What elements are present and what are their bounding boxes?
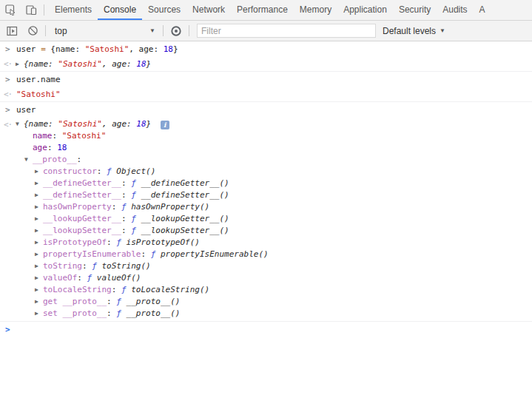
expand-arrow-icon[interactable]: ▼ xyxy=(16,118,24,130)
tab-memory[interactable]: Memory xyxy=(294,0,337,20)
object-preview[interactable]: ▼{name: "Satoshi", age: 18} i xyxy=(0,118,532,130)
divider xyxy=(45,25,46,36)
tab-audits[interactable]: Audits xyxy=(437,0,473,20)
object-property-row[interactable]: ▶valueOf: ƒ valueOf() xyxy=(0,272,532,284)
object-property-row[interactable]: ▶propertyIsEnumerable: ƒ propertyIsEnume… xyxy=(0,249,532,260)
info-icon[interactable]: i xyxy=(161,121,169,129)
device-toolbar-icon[interactable] xyxy=(21,0,41,20)
divider xyxy=(163,25,164,36)
expand-arrow-icon[interactable]: ▼ xyxy=(24,154,33,166)
result-chevron-icon: <· xyxy=(4,58,12,70)
command-chevron-icon: > xyxy=(5,44,10,55)
tab-security[interactable]: Security xyxy=(393,0,437,20)
object-property-row[interactable]: ▶toLocaleString: ƒ toLocaleString() xyxy=(0,284,532,296)
expand-arrow-icon[interactable]: ▶ xyxy=(35,201,43,213)
object-property-row[interactable]: ▶__lookupGetter__: ƒ __lookupGetter__() xyxy=(0,213,532,225)
expand-arrow-icon[interactable]: ▶ xyxy=(16,58,24,70)
tab-a[interactable]: A xyxy=(474,0,491,20)
expand-arrow-icon[interactable]: ▶ xyxy=(35,272,43,284)
console-prompt[interactable]: > xyxy=(0,321,532,335)
tab-strip: ElementsConsoleSourcesNetworkPerformance… xyxy=(49,0,532,20)
console-result-row: <·"Satoshi" xyxy=(0,87,532,101)
tab-network[interactable]: Network xyxy=(186,0,231,20)
tab-console[interactable]: Console xyxy=(98,0,142,20)
divider xyxy=(44,4,44,16)
log-levels-label: Default levels xyxy=(383,26,436,36)
device-toolbar-icon xyxy=(26,4,37,16)
object-property-row[interactable]: ▶get __proto__: ƒ __proto__() xyxy=(0,296,532,308)
execution-context-value: top xyxy=(55,26,67,36)
expand-arrow-icon[interactable]: ▶ xyxy=(35,284,43,296)
divider xyxy=(189,25,189,36)
object-property-row[interactable]: ▼__proto__: xyxy=(0,154,532,166)
filter-input[interactable] xyxy=(197,24,376,38)
command-chevron-icon: > xyxy=(5,74,10,85)
object-property-row[interactable]: ▶__defineSetter__: ƒ __defineSetter__() xyxy=(0,189,532,201)
clear-console-icon[interactable] xyxy=(22,25,43,36)
object-property-row[interactable]: ▶__lookupSetter__: ƒ __lookupSetter__() xyxy=(0,225,532,237)
object-property-row[interactable]: ▶set __proto__: ƒ __proto__() xyxy=(0,308,532,320)
console-toolbar: top ▼ Default levels ▼ xyxy=(0,21,532,41)
live-expression-eye-icon[interactable] xyxy=(166,25,186,37)
console-result-row: <·▶{name: "Satoshi", age: 18} xyxy=(0,56,532,71)
expand-arrow-icon[interactable]: ▶ xyxy=(35,189,43,201)
clear-console-icon xyxy=(27,25,38,36)
chevron-down-icon: ▼ xyxy=(149,27,155,34)
object-property-row[interactable]: ▶constructor: ƒ Object() xyxy=(0,166,532,178)
console-sidebar-icon xyxy=(7,26,18,36)
chevron-down-icon: ▼ xyxy=(440,27,445,34)
console-sidebar-icon[interactable] xyxy=(1,26,22,36)
tab-sources[interactable]: Sources xyxy=(142,0,186,20)
expand-arrow-icon[interactable]: ▶ xyxy=(35,296,43,308)
tab-bar: ElementsConsoleSourcesNetworkPerformance… xyxy=(0,0,532,21)
prompt-chevron-icon: > xyxy=(5,324,10,335)
object-property-row: age: 18 xyxy=(0,142,532,154)
expand-arrow-icon[interactable]: ▶ xyxy=(35,237,43,249)
object-property-row[interactable]: ▶toString: ƒ toString() xyxy=(0,260,532,272)
expand-arrow-icon[interactable]: ▶ xyxy=(35,178,43,189)
command-chevron-icon: > xyxy=(5,104,10,115)
object-property-row[interactable]: ▶hasOwnProperty: ƒ hasOwnProperty() xyxy=(0,201,532,213)
result-chevron-icon: <· xyxy=(4,89,12,100)
console-result-expanded: <·▼{name: "Satoshi", age: 18} iname: "Sa… xyxy=(0,117,532,321)
object-property-row: name: "Satoshi" xyxy=(0,130,532,142)
tab-elements[interactable]: Elements xyxy=(49,0,98,20)
tab-application[interactable]: Application xyxy=(337,0,393,20)
tab-performance[interactable]: Performance xyxy=(231,0,294,20)
expand-arrow-icon[interactable]: ▶ xyxy=(35,166,43,178)
execution-context-selector[interactable]: top ▼ xyxy=(48,26,161,36)
inspect-element-icon[interactable] xyxy=(0,0,21,20)
inspect-element-icon xyxy=(5,4,16,16)
object-property-row[interactable]: ▶__defineGetter__: ƒ __defineGetter__() xyxy=(0,178,532,189)
log-levels-dropdown[interactable]: Default levels ▼ xyxy=(383,26,445,36)
console-command-row: >user.name xyxy=(0,71,532,87)
object-property-row[interactable]: ▶isPrototypeOf: ƒ isPrototypeOf() xyxy=(0,237,532,249)
expand-arrow-icon[interactable]: ▶ xyxy=(35,225,43,237)
devtools-panel: ElementsConsoleSourcesNetworkPerformance… xyxy=(0,0,532,398)
expand-arrow-icon[interactable]: ▶ xyxy=(35,260,43,272)
console-command-row: >user xyxy=(0,101,532,117)
expand-arrow-icon[interactable]: ▶ xyxy=(35,308,43,320)
eye-icon xyxy=(170,25,182,37)
expand-arrow-icon[interactable]: ▶ xyxy=(35,213,43,225)
expand-arrow-icon[interactable]: ▶ xyxy=(35,249,43,260)
result-chevron-icon: <· xyxy=(4,119,12,130)
console-log: >user = {name: "Satoshi", age: 18}<·▶{na… xyxy=(0,41,532,398)
console-command-row: >user = {name: "Satoshi", age: 18} xyxy=(0,41,532,56)
